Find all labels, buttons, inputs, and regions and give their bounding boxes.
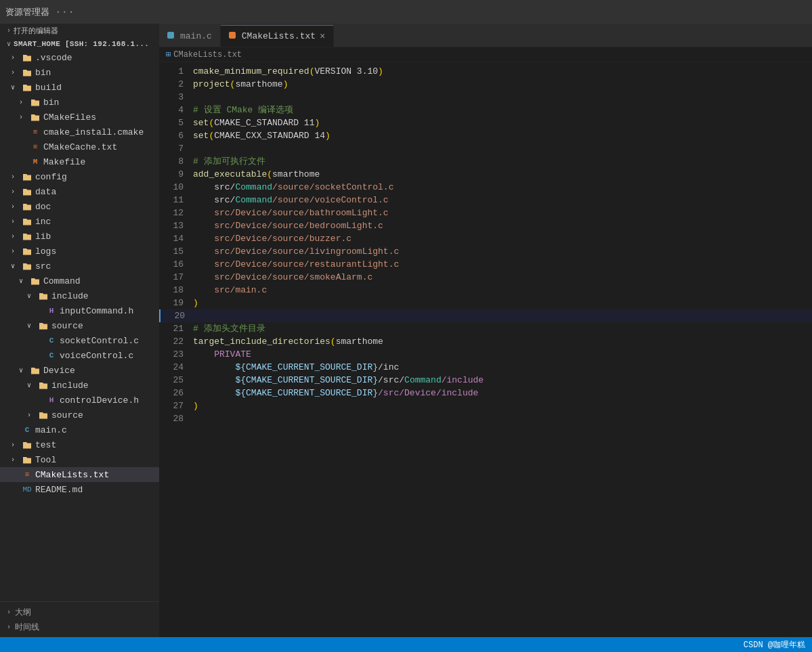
tree-item-inc[interactable]: ›inc	[0, 214, 159, 229]
token: Command	[404, 375, 442, 385]
tree-item-controlDevice-h[interactable]: HcontrolDevice.h	[0, 393, 159, 408]
token: set	[193, 131, 209, 141]
tree-label: inputCommand.h	[60, 306, 133, 316]
line-content[interactable]: cmake_minimum_required(VERSION 3.10)	[193, 65, 812, 78]
line-content[interactable]: # 添加可执行文件	[193, 155, 812, 168]
line-content[interactable]	[193, 91, 812, 104]
tree-item-bin-root[interactable]: ›bin	[0, 65, 159, 80]
line-number: 25	[159, 374, 193, 387]
line-content[interactable]: set(CMAKE_CXX_STANDARD 14)	[193, 129, 812, 142]
open-editor-label[interactable]: › 打开的编辑器	[0, 24, 159, 38]
tree-item-voiceControl-c[interactable]: CvoiceControl.c	[0, 348, 159, 363]
line-content[interactable]: # 添加头文件目录	[193, 322, 812, 335]
line-content[interactable]: src/Device/source/restaurantLight.c	[193, 258, 812, 271]
tree-item-Device[interactable]: ∨Device	[0, 363, 159, 378]
tab-close-icon[interactable]: ×	[320, 32, 325, 41]
tree-item-Tool[interactable]: ›Tool	[0, 452, 159, 467]
tree-label: src	[35, 261, 51, 271]
line-content[interactable]: # 设置 CMake 编译选项	[193, 104, 812, 116]
code-line: 28	[159, 412, 812, 425]
token: Command	[235, 195, 272, 205]
token: smarthome	[272, 169, 320, 179]
tree-item-socketControl-c[interactable]: CsocketControl.c	[0, 333, 159, 348]
code-line: 6set(CMAKE_CXX_STANDARD 14)	[159, 129, 812, 142]
tree-item-build-bin[interactable]: ›bin	[0, 95, 159, 110]
title-bar-text: 资源管理器	[5, 6, 49, 18]
line-content[interactable]: src/Command/source/socketControl.c	[193, 181, 812, 194]
line-content[interactable]	[194, 309, 812, 322]
line-number: 23	[159, 348, 193, 361]
line-content[interactable]: PRIVATE	[193, 348, 812, 361]
tree-item-src[interactable]: ∨src	[0, 259, 159, 274]
tree-item-README[interactable]: MDREADME.md	[0, 482, 159, 497]
token: # 添加头文件目录	[193, 324, 265, 334]
line-content[interactable]	[193, 412, 812, 425]
tree-arrow: ›	[11, 188, 22, 196]
line-content[interactable]: src/Device/source/bedroomLight.c	[193, 219, 812, 232]
line-content[interactable]	[193, 142, 812, 155]
line-content[interactable]: )	[193, 399, 812, 412]
token: src/	[193, 195, 235, 205]
tree-item-main-c[interactable]: Cmain.c	[0, 422, 159, 437]
line-number: 3	[159, 91, 193, 104]
line-content[interactable]: add_executable(smarthome	[193, 168, 812, 181]
tree-item-Command[interactable]: ∨Command	[0, 274, 159, 288]
tree-item-test[interactable]: ›test	[0, 437, 159, 452]
tab-cmake-tab[interactable]: CMakeLists.txt×	[221, 25, 335, 47]
tree-item-include-dev[interactable]: ∨include	[0, 378, 159, 393]
tree-label: bin	[35, 68, 51, 78]
tree-item-CMakeLists[interactable]: ≡CMakeLists.txt	[0, 467, 159, 482]
tree-item-CMakeFiles[interactable]: ›CMakeFiles	[0, 110, 159, 125]
line-number: 26	[159, 387, 193, 399]
line-content[interactable]: ${CMAKE_CURRENT_SOURCE_DIR}/src/Command/…	[193, 374, 812, 387]
tab-main-c-tab[interactable]: main.c	[159, 25, 221, 47]
tree-item-CMakeCache[interactable]: ≡CMakeCache.txt	[0, 139, 159, 154]
line-content[interactable]: src/Device/source/smokeAlarm.c	[193, 271, 812, 284]
tree-label: source	[51, 410, 83, 420]
tree-icon-folder	[22, 201, 33, 212]
line-number: 9	[159, 168, 193, 181]
outline-item[interactable]: › 大纲	[0, 605, 159, 620]
line-content[interactable]: set(CMAKE_C_STANDARD 11)	[193, 116, 812, 129]
line-content[interactable]: src/Command/source/voiceControl.c	[193, 194, 812, 207]
tree-item-source-cmd[interactable]: ∨source	[0, 318, 159, 333]
tree-icon-makefile: M	[30, 156, 41, 167]
title-bar-dots[interactable]: ···	[55, 6, 74, 18]
tree-item-vscode[interactable]: ›.vscode	[0, 50, 159, 65]
timeline-item[interactable]: › 时间线	[0, 620, 159, 634]
code-editor[interactable]: 1cmake_minimum_required(VERSION 3.10)2pr…	[159, 62, 812, 637]
token: target_include_directories	[193, 336, 330, 347]
tree-item-logs[interactable]: ›logs	[0, 244, 159, 259]
tab-label: main.c	[180, 31, 212, 41]
line-content[interactable]: ${CMAKE_CURRENT_SOURCE_DIR}/src/Device/i…	[193, 387, 812, 399]
tree-item-Makefile-build[interactable]: MMakefile	[0, 154, 159, 169]
line-content[interactable]: src/main.c	[193, 284, 812, 297]
token: Command	[235, 182, 272, 192]
token: /src/Device/include	[378, 388, 478, 398]
tree-item-doc[interactable]: ›doc	[0, 199, 159, 214]
line-content[interactable]: src/Device/source/livingroomLight.c	[193, 245, 812, 258]
tree-item-cmake_install[interactable]: ≡cmake_install.cmake	[0, 125, 159, 139]
line-content[interactable]: src/Device/source/buzzer.c	[193, 232, 812, 245]
tree-label: Device	[43, 366, 75, 376]
tree-item-data[interactable]: ›data	[0, 184, 159, 199]
line-content[interactable]: src/Device/source/bathroomLight.c	[193, 207, 812, 219]
line-content[interactable]: ${CMAKE_CURRENT_SOURCE_DIR}/inc	[193, 361, 812, 374]
root-folder-label[interactable]: ∨ SMART_HOME [SSH: 192.168.1...	[0, 38, 159, 50]
line-content[interactable]: project(smarthome)	[193, 78, 812, 91]
tree-item-source-dev[interactable]: ›source	[0, 408, 159, 422]
code-line: 21# 添加头文件目录	[159, 322, 812, 335]
line-number: 22	[159, 335, 193, 348]
line-content[interactable]: )	[193, 297, 812, 309]
tree-item-inputCommand-h[interactable]: HinputCommand.h	[0, 303, 159, 318]
tree-item-build[interactable]: ∨build	[0, 80, 159, 95]
tree-arrow: ∨	[27, 292, 38, 300]
tree-item-lib[interactable]: ›lib	[0, 229, 159, 244]
code-line: 23 PRIVATE	[159, 348, 812, 361]
tabs-bar: main.cCMakeLists.txt×	[159, 24, 812, 47]
tree-item-include-cmd[interactable]: ∨include	[0, 288, 159, 303]
tree-item-config[interactable]: ›config	[0, 169, 159, 184]
tree-arrow: ∨	[11, 83, 22, 91]
code-line: 7	[159, 142, 812, 155]
line-content[interactable]: target_include_directories(smarthome	[193, 335, 812, 348]
